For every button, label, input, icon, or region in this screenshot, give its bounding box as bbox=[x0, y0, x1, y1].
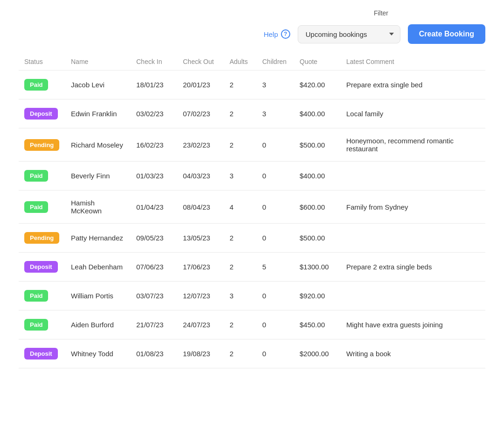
status-cell: Paid bbox=[19, 162, 65, 190]
checkout-cell: 12/07/23 bbox=[177, 282, 224, 310]
filter-label: Filter bbox=[374, 9, 388, 17]
adults-cell: 2 bbox=[224, 99, 257, 128]
name-cell: Patty Hernandez bbox=[65, 224, 131, 253]
adults-cell: 3 bbox=[224, 162, 257, 190]
status-cell: Paid bbox=[19, 190, 65, 224]
quote-cell: $400.00 bbox=[294, 99, 341, 128]
adults-cell: 4 bbox=[224, 190, 257, 224]
children-cell: 0 bbox=[257, 224, 294, 253]
checkin-cell: 16/02/23 bbox=[131, 128, 177, 162]
quote-cell: $420.00 bbox=[294, 70, 341, 99]
status-cell: Pending bbox=[19, 224, 65, 253]
status-badge: Paid bbox=[24, 290, 48, 302]
adults-cell: 2 bbox=[224, 70, 257, 99]
comment-cell: Local family bbox=[341, 99, 485, 128]
col-header-checkout: Check Out bbox=[177, 53, 224, 70]
checkin-cell: 21/07/23 bbox=[131, 310, 177, 339]
adults-cell: 2 bbox=[224, 339, 257, 368]
quote-cell: $400.00 bbox=[294, 162, 341, 190]
col-header-checkin: Check In bbox=[131, 53, 177, 70]
help-button[interactable]: Help ? bbox=[264, 29, 290, 39]
table-row[interactable]: Deposit Leah Debenham 07/06/23 17/06/23 … bbox=[19, 253, 485, 282]
name-cell: Richard Moseley bbox=[65, 128, 131, 162]
status-cell: Paid bbox=[19, 282, 65, 310]
name-cell: Jacob Levi bbox=[65, 70, 131, 99]
name-cell: Hamish McKeown bbox=[65, 190, 131, 224]
comment-cell: Might have extra guests joining bbox=[341, 310, 485, 339]
quote-cell: $500.00 bbox=[294, 224, 341, 253]
checkout-cell: 19/08/23 bbox=[177, 339, 224, 368]
create-booking-button[interactable]: Create Booking bbox=[408, 24, 485, 44]
checkout-cell: 08/04/23 bbox=[177, 190, 224, 224]
children-cell: 3 bbox=[257, 70, 294, 99]
status-cell: Deposit bbox=[19, 339, 65, 368]
checkin-cell: 07/06/23 bbox=[131, 253, 177, 282]
checkin-cell: 18/01/23 bbox=[131, 70, 177, 99]
comment-cell: Honeymoon, recommend romantic restaurant bbox=[341, 128, 485, 162]
status-cell: Paid bbox=[19, 70, 65, 99]
children-cell: 0 bbox=[257, 339, 294, 368]
checkout-cell: 24/07/23 bbox=[177, 310, 224, 339]
status-badge: Deposit bbox=[24, 348, 58, 359]
adults-cell: 2 bbox=[224, 224, 257, 253]
checkin-cell: 01/08/23 bbox=[131, 339, 177, 368]
checkin-cell: 01/03/23 bbox=[131, 162, 177, 190]
bookings-table: Status Name Check In Check Out Adults Ch… bbox=[19, 53, 485, 368]
quote-cell: $500.00 bbox=[294, 128, 341, 162]
col-header-children: Children bbox=[257, 53, 294, 70]
quote-cell: $1300.00 bbox=[294, 253, 341, 282]
col-header-comment: Latest Comment bbox=[341, 53, 485, 70]
status-cell: Paid bbox=[19, 310, 65, 339]
table-row[interactable]: Deposit Edwin Franklin 03/02/23 07/02/23… bbox=[19, 99, 485, 128]
adults-cell: 2 bbox=[224, 310, 257, 339]
name-cell: Aiden Burford bbox=[65, 310, 131, 339]
status-cell: Pending bbox=[19, 128, 65, 162]
status-badge: Paid bbox=[24, 170, 48, 182]
checkout-cell: 04/03/23 bbox=[177, 162, 224, 190]
checkin-cell: 01/04/23 bbox=[131, 190, 177, 224]
comment-cell: Prepare extra single bed bbox=[341, 70, 485, 99]
comment-cell bbox=[341, 224, 485, 253]
children-cell: 0 bbox=[257, 310, 294, 339]
filter-select[interactable]: Upcoming bookings Past bookings All book… bbox=[298, 25, 400, 43]
quote-cell: $920.00 bbox=[294, 282, 341, 310]
name-cell: Leah Debenham bbox=[65, 253, 131, 282]
checkin-cell: 03/07/23 bbox=[131, 282, 177, 310]
table-row[interactable]: Paid William Portis 03/07/23 12/07/23 3 … bbox=[19, 282, 485, 310]
name-cell: Beverly Finn bbox=[65, 162, 131, 190]
checkin-cell: 03/02/23 bbox=[131, 99, 177, 128]
status-cell: Deposit bbox=[19, 253, 65, 282]
col-header-adults: Adults bbox=[224, 53, 257, 70]
checkout-cell: 20/01/23 bbox=[177, 70, 224, 99]
table-row[interactable]: Paid Beverly Finn 01/03/23 04/03/23 3 0 … bbox=[19, 162, 485, 190]
table-body: Paid Jacob Levi 18/01/23 20/01/23 2 3 $4… bbox=[19, 70, 485, 368]
quote-cell: $2000.00 bbox=[294, 339, 341, 368]
table-row[interactable]: Pending Richard Moseley 16/02/23 23/02/2… bbox=[19, 128, 485, 162]
quote-cell: $450.00 bbox=[294, 310, 341, 339]
adults-cell: 3 bbox=[224, 282, 257, 310]
children-cell: 3 bbox=[257, 99, 294, 128]
children-cell: 0 bbox=[257, 128, 294, 162]
help-label: Help bbox=[264, 30, 278, 38]
table-row[interactable]: Deposit Whitney Todd 01/08/23 19/08/23 2… bbox=[19, 339, 485, 368]
status-badge: Paid bbox=[24, 319, 48, 331]
col-header-status: Status bbox=[19, 53, 65, 70]
comment-cell: Writing a book bbox=[341, 339, 485, 368]
table-row[interactable]: Pending Patty Hernandez 09/05/23 13/05/2… bbox=[19, 224, 485, 253]
checkin-cell: 09/05/23 bbox=[131, 224, 177, 253]
status-cell: Deposit bbox=[19, 99, 65, 128]
name-cell: William Portis bbox=[65, 282, 131, 310]
comment-cell bbox=[341, 162, 485, 190]
name-cell: Whitney Todd bbox=[65, 339, 131, 368]
table-header: Status Name Check In Check Out Adults Ch… bbox=[19, 53, 485, 70]
table-row[interactable]: Paid Hamish McKeown 01/04/23 08/04/23 4 … bbox=[19, 190, 485, 224]
table-row[interactable]: Paid Jacob Levi 18/01/23 20/01/23 2 3 $4… bbox=[19, 70, 485, 99]
comment-cell bbox=[341, 282, 485, 310]
top-bar: Filter Help ? Upcoming bookings Past boo… bbox=[0, 0, 504, 49]
table-row[interactable]: Paid Aiden Burford 21/07/23 24/07/23 2 0… bbox=[19, 310, 485, 339]
filter-select-wrapper: Upcoming bookings Past bookings All book… bbox=[298, 25, 400, 43]
adults-cell: 2 bbox=[224, 128, 257, 162]
checkout-cell: 23/02/23 bbox=[177, 128, 224, 162]
quote-cell: $600.00 bbox=[294, 190, 341, 224]
checkout-cell: 17/06/23 bbox=[177, 253, 224, 282]
